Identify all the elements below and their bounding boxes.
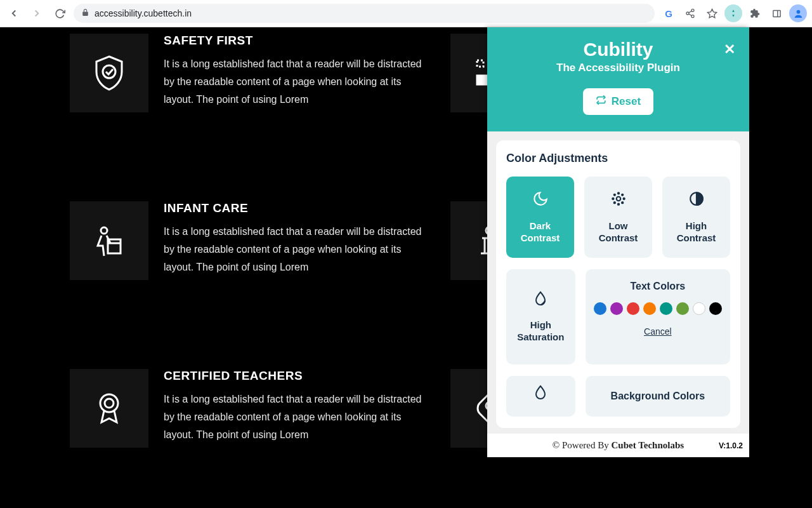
low-contrast-option[interactable]: Low Contrast	[584, 177, 652, 258]
contrast-icon	[688, 190, 705, 211]
lock-icon	[81, 8, 89, 18]
svg-point-10	[101, 227, 107, 234]
color-swatch[interactable]	[676, 302, 689, 315]
extensions-icon[interactable]	[746, 4, 764, 22]
profile-avatar[interactable]	[789, 4, 807, 22]
cubility-panel: ✕ Cubility The Accessibility Plugin Rese…	[487, 27, 749, 457]
sun-dim-icon	[610, 190, 627, 211]
shield-icon	[70, 34, 148, 112]
low-saturation-option[interactable]	[506, 376, 575, 417]
svg-point-25	[613, 202, 615, 203]
svg-rect-15	[477, 76, 487, 84]
color-swatch[interactable]	[627, 302, 639, 315]
card-title: SAFETY FIRST	[164, 34, 425, 48]
plugin-body: Color Adjustments Dark Contrast Low Cont…	[487, 131, 749, 434]
star-icon[interactable]	[703, 4, 721, 22]
cubility-extension-icon[interactable]	[724, 4, 742, 22]
url-text: accessibility.cubettech.in	[95, 8, 192, 18]
svg-point-0	[691, 9, 694, 11]
feature-card-safety: SAFETY FIRST It is a long established fa…	[70, 34, 425, 112]
svg-point-18	[616, 196, 620, 201]
high-contrast-option[interactable]: High Contrast	[662, 177, 730, 258]
svg-point-13	[105, 399, 114, 408]
feature-card-teachers: CERTIFIED TEACHERS It is a long establis…	[70, 369, 425, 448]
droplet-icon	[533, 291, 548, 310]
plugin-header: ✕ Cubility The Accessibility Plugin Rese…	[487, 27, 749, 131]
share-icon[interactable]	[681, 4, 699, 22]
version-label: V:1.0.2	[719, 441, 743, 450]
back-button[interactable]	[5, 4, 23, 22]
text-colors-panel: Text Colors Cancel	[586, 269, 730, 364]
color-swatches	[593, 302, 723, 315]
card-title: CERTIFIED TEACHERS	[164, 369, 425, 383]
svg-point-20	[617, 203, 619, 204]
background-colors-panel[interactable]: Background Colors	[586, 376, 730, 417]
color-swatch[interactable]	[693, 302, 705, 315]
svg-point-12	[100, 394, 118, 412]
care-icon	[70, 201, 148, 280]
svg-point-23	[613, 194, 615, 195]
bg-colors-title: Background Colors	[611, 391, 705, 402]
browser-toolbar: accessibility.cubettech.in G	[0, 0, 812, 27]
feature-card-infant: INFANT CARE It is a long established fac…	[70, 201, 425, 280]
reload-button[interactable]	[51, 4, 69, 22]
card-desc: It is a long established fact that a rea…	[164, 55, 425, 109]
svg-rect-14	[477, 60, 483, 67]
color-swatch[interactable]	[709, 302, 722, 315]
svg-line-4	[689, 11, 692, 13]
toolbar-right: G	[660, 4, 807, 22]
close-icon[interactable]: ✕	[724, 41, 735, 58]
google-icon[interactable]: G	[660, 4, 678, 22]
color-adjustments-section: Color Adjustments Dark Contrast Low Cont…	[496, 140, 740, 428]
svg-point-2	[691, 15, 694, 18]
card-desc: It is a long established fact that a rea…	[164, 391, 425, 444]
high-saturation-option[interactable]: High Saturation	[506, 269, 575, 364]
award-icon	[70, 369, 148, 448]
forward-button[interactable]	[28, 4, 46, 22]
card-desc: It is a long established fact that a rea…	[164, 223, 425, 276]
color-swatch[interactable]	[643, 302, 656, 315]
svg-point-8	[796, 10, 800, 13]
cancel-link[interactable]: Cancel	[593, 326, 723, 337]
moon-icon	[532, 190, 549, 211]
svg-point-1	[686, 12, 689, 15]
dark-contrast-option[interactable]: Dark Contrast	[506, 177, 574, 258]
color-swatch[interactable]	[610, 302, 623, 315]
card-title: INFANT CARE	[164, 201, 425, 215]
reset-button[interactable]: Reset	[583, 88, 653, 115]
plugin-footer: © Powered By Cubet Technolabs V:1.0.2	[487, 434, 749, 457]
reset-icon	[596, 95, 606, 109]
color-swatch[interactable]	[594, 302, 606, 315]
svg-point-9	[103, 65, 115, 78]
svg-point-19	[617, 192, 619, 194]
color-swatch[interactable]	[660, 302, 672, 315]
svg-line-3	[689, 14, 692, 16]
plugin-subtitle: The Accessibility Plugin	[487, 62, 749, 74]
address-bar[interactable]: accessibility.cubettech.in	[74, 4, 655, 23]
svg-marker-5	[707, 9, 716, 17]
panel-icon[interactable]	[768, 4, 785, 22]
svg-point-22	[623, 197, 624, 199]
svg-point-26	[622, 194, 623, 195]
droplet-outline-icon	[533, 385, 548, 404]
plugin-title: Cubility	[487, 39, 749, 60]
svg-rect-6	[773, 10, 780, 17]
svg-point-24	[622, 202, 623, 203]
text-colors-title: Text Colors	[593, 281, 723, 292]
svg-point-21	[612, 197, 613, 199]
section-title: Color Adjustments	[506, 152, 730, 165]
